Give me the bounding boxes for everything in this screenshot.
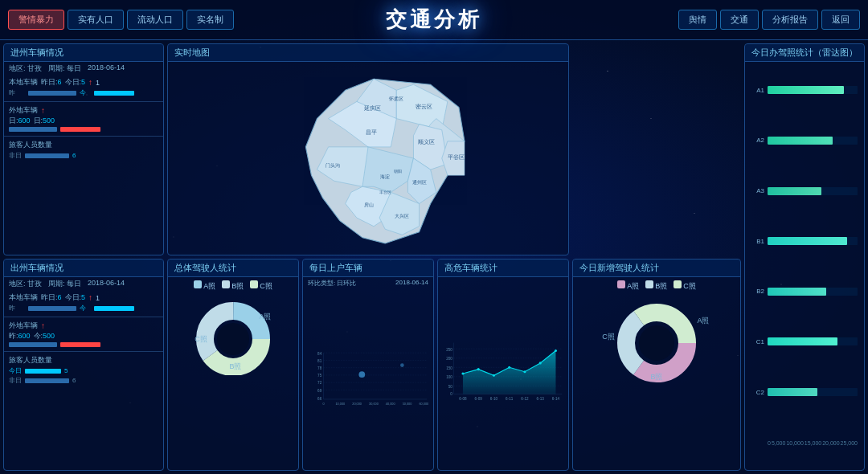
outgoing-local-arrow: ↑ [88, 293, 92, 302]
new-donut-a-label: A照 [697, 317, 709, 325]
nav-btn-floating[interactable]: 流动人口 [127, 10, 183, 30]
daxing-label: 大兴区 [395, 213, 409, 219]
daily-vehicles-header: 环比类型: 日环比 2018-06-14 [303, 277, 433, 289]
new-legend-dot-a [617, 280, 625, 288]
nav-btn-opinion[interactable]: 舆情 [678, 10, 717, 30]
dangerous-x-612: 6-12 [521, 397, 529, 401]
dangerous-y-250: 250 [446, 348, 452, 352]
incoming-passenger-prev-label: 非日 [9, 151, 22, 160]
new-donut-b-label: B照 [650, 373, 662, 381]
radar-fill-b2 [768, 288, 826, 296]
nav-btn-traffic[interactable]: 交通 [720, 10, 759, 30]
donut-b-label: B照 [229, 362, 241, 370]
dp-7 [555, 349, 557, 352]
outgoing-vehicles-title: 出州车辆情况 [4, 259, 163, 277]
mentougou-label: 门头沟 [326, 162, 340, 168]
page-title: 交通分析 [386, 6, 482, 34]
incoming-prev-bar [28, 91, 76, 96]
daily-chart-svg: 84 81 78 75 72 69 66 0 10,000 20,000 30,… [306, 291, 430, 464]
incoming-foreign-label: 外地车辆 [9, 105, 38, 116]
outgoing-foreign-today-bar [60, 342, 100, 347]
dp-6 [539, 362, 542, 364]
x-label-60k: 60,000 [419, 402, 428, 406]
legend-a: A照 [194, 280, 215, 292]
x-label-40k: 40,000 [386, 402, 395, 406]
incoming-local-diff: 1 [96, 79, 100, 87]
incoming-today-bar [94, 91, 134, 96]
outgoing-foreign-prev: 昨:600 [9, 331, 31, 341]
pinggu-label: 平谷区 [448, 154, 465, 160]
dangerous-y-200: 200 [446, 357, 452, 361]
radar-chart-title: 今日办驾照统计（雷达图） [745, 44, 864, 62]
nav-btn-realname[interactable]: 实名制 [186, 10, 234, 30]
overall-license-panel: 总体驾驶人统计 A照 B照 C照 [167, 259, 299, 471]
outgoing-local-diff: 1 [96, 294, 100, 302]
incoming-local-arrow: ↑ [88, 78, 92, 87]
outgoing-passenger-ref-label: 非日 [9, 376, 22, 385]
incoming-local-row: 本地车辆 昨日:6 今日:5 ↑ 1 昨 今 [4, 76, 163, 100]
fengtai-label: 丰台区 [379, 190, 391, 194]
dangerous-y-150: 150 [446, 366, 452, 370]
overall-donut-svg: C照 A照 B照 [181, 295, 285, 375]
radar-row-a2: A2 [751, 137, 858, 145]
legend-dot-c [250, 280, 258, 288]
daily-vehicles-panel: 每日上户车辆 环比类型: 日环比 2018-06-14 [302, 259, 434, 471]
outgoing-passenger-ref-val: 6 [72, 377, 76, 384]
radar-x-10k: 10,000 [786, 440, 803, 446]
outgoing-foreign-row: 外地车辆 ↑ 昨:600 今:500 [4, 319, 163, 349]
right-column: 今日办驾照统计（雷达图） A1 A2 A3 [744, 43, 865, 471]
legend-dot-b [222, 280, 230, 288]
chaoyang-label: 朝阳 [394, 169, 402, 174]
incoming-vehicles-title: 进州车辆情况 [4, 44, 163, 62]
header-left-nav: 警情暴力 实有人口 流动人口 实名制 [8, 10, 234, 30]
incoming-local-label: 本地车辆 [9, 77, 38, 88]
new-donut-center [639, 325, 674, 361]
outgoing-local-label: 本地车辆 [9, 292, 38, 303]
incoming-passenger-prev-bar [25, 153, 69, 158]
dangerous-x-613: 6-13 [537, 397, 545, 401]
incoming-passenger-label: 旅客人员数量 [9, 141, 52, 149]
dangerous-y-50: 50 [448, 385, 453, 389]
map-title: 实时地图 [168, 44, 568, 62]
header-right-nav: 舆情 交通 分析报告 返回 [678, 10, 860, 30]
radar-track-a3 [768, 187, 858, 195]
dangerous-y-100: 100 [446, 375, 452, 379]
outgoing-period-label: 周期: 每日 [48, 279, 81, 289]
new-license-legend: A照 B照 C照 [617, 280, 696, 292]
dp-3 [493, 374, 495, 377]
fangshan-label: 房山 [364, 202, 374, 207]
incoming-passenger-prev-val: 6 [72, 152, 76, 159]
nav-btn-back[interactable]: 返回 [821, 10, 860, 30]
outgoing-foreign-arrow: ↑ [41, 321, 45, 330]
nav-btn-population[interactable]: 实有人口 [68, 10, 124, 30]
new-donut-c-label: C照 [602, 333, 615, 341]
radar-track-a2 [768, 137, 858, 145]
x-label-30k: 30,000 [369, 402, 379, 406]
bottom-center: 总体驾驶人统计 A照 B照 C照 [167, 259, 569, 471]
dangerous-vehicles-title: 高危车辆统计 [438, 259, 568, 277]
radar-track-c2 [768, 388, 858, 396]
huairou-label-small: 怀柔区 [388, 96, 403, 101]
radar-row-b1: B1 [751, 237, 858, 245]
radar-row-a1: A1 [751, 86, 858, 94]
y-label-66: 66 [317, 397, 322, 401]
daily-date: 2018-06-14 [395, 279, 428, 288]
outgoing-prev-icon: 昨 [9, 304, 25, 313]
radar-track-b2 [768, 288, 858, 296]
yanqing-label: 延庆区 [363, 105, 381, 111]
donut-center [217, 323, 249, 355]
incoming-foreign-prev-bar [9, 127, 57, 132]
donut-a-label: A照 [259, 313, 271, 321]
outgoing-foreign-today: 今:500 [34, 331, 55, 341]
outgoing-prev-bar [28, 306, 76, 311]
radar-label-b2: B2 [751, 288, 764, 295]
radar-row-c1: C1 [751, 337, 858, 345]
radar-row-b2: B2 [751, 288, 858, 296]
new-license-donut: A照 B照 C照 C照 A照 B照 [573, 277, 740, 470]
outgoing-foreign-label: 外地车辆 [9, 321, 38, 331]
incoming-date-label: 2018-06-14 [88, 63, 125, 74]
nav-btn-report[interactable]: 分析报告 [762, 10, 818, 30]
y-label-78: 78 [317, 366, 322, 370]
new-legend-c: C照 [674, 280, 696, 292]
nav-btn-alert[interactable]: 警情暴力 [8, 10, 64, 30]
